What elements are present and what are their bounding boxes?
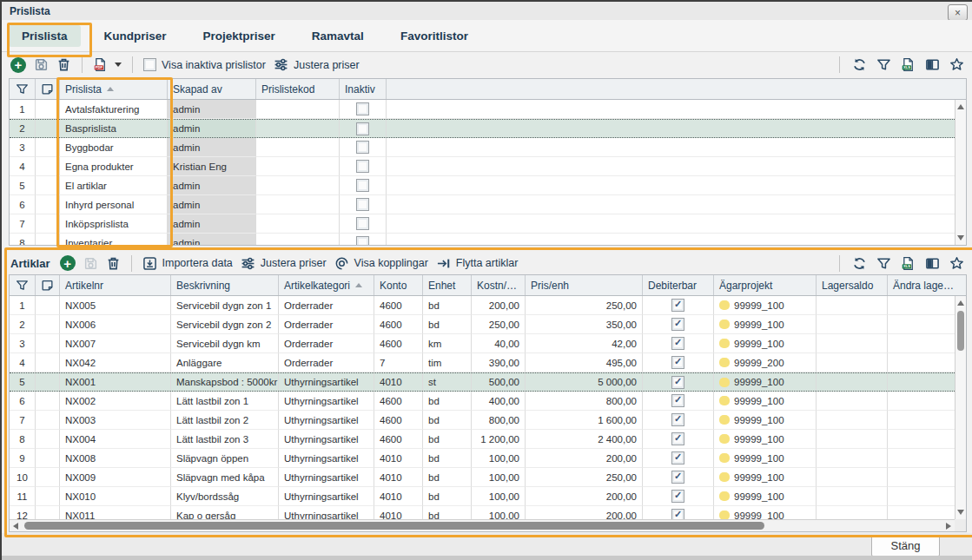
prislista-name-cell[interactable]: Inhyrd personal bbox=[60, 195, 168, 214]
agarprojekt-cell[interactable]: 99999_100 bbox=[714, 296, 817, 315]
prislista-row[interactable]: 3Byggbodaradmin bbox=[10, 138, 955, 157]
column-header-enhet[interactable]: Enhet bbox=[423, 275, 472, 295]
export-xls-icon[interactable] bbox=[901, 57, 916, 72]
prislista-name-cell[interactable]: Byggbodar bbox=[60, 138, 168, 157]
column-header-artikelnr[interactable]: Artikelnr bbox=[60, 275, 171, 295]
kostn-cell[interactable]: 200,00 bbox=[472, 296, 526, 315]
inaktiv-checkbox[interactable] bbox=[356, 160, 369, 173]
artikelkategori-cell[interactable]: Orderrader bbox=[279, 315, 374, 334]
artikel-row[interactable]: 6NX002Lätt lastbil zon 1Uthyrningsartike… bbox=[10, 392, 955, 411]
column-header-inaktiv[interactable]: Inaktiv bbox=[340, 79, 387, 99]
konto-cell[interactable]: 4600 bbox=[374, 334, 423, 353]
tab-kundpriser[interactable]: Kundpriser bbox=[91, 25, 180, 47]
debiterbar-checkbox[interactable] bbox=[671, 318, 684, 331]
prislista-name-cell[interactable]: Basprislista bbox=[60, 120, 168, 137]
debiterbar-checkbox[interactable] bbox=[671, 509, 684, 519]
agarprojekt-cell[interactable]: 99999_100 bbox=[714, 315, 817, 334]
column-header-lagersaldo[interactable]: Lagersaldo bbox=[817, 275, 888, 295]
scroll-right-arrow[interactable] bbox=[946, 523, 951, 530]
scroll-left-arrow[interactable] bbox=[13, 523, 18, 530]
kostn-cell[interactable]: 390,00 bbox=[472, 353, 526, 372]
column-header-skapad-av[interactable]: Skapad av bbox=[168, 79, 256, 99]
agarprojekt-cell[interactable]: 99999_100 bbox=[714, 411, 817, 430]
enhet-cell[interactable]: km bbox=[423, 334, 472, 353]
beskrivning-cell[interactable]: Servicebil dygn km bbox=[171, 334, 279, 353]
artikelkategori-cell[interactable]: Uthyrningsartikel bbox=[279, 373, 374, 391]
inaktiv-checkbox[interactable] bbox=[356, 122, 369, 135]
debiterbar-checkbox[interactable] bbox=[671, 337, 684, 350]
kostn-cell[interactable]: 800,00 bbox=[472, 411, 526, 430]
agarprojekt-cell[interactable]: 99999_100 bbox=[714, 506, 817, 519]
columns-icon[interactable] bbox=[925, 256, 940, 271]
prislista-name-cell[interactable]: Egna produkter bbox=[60, 157, 168, 176]
beskrivning-cell[interactable]: Servicebil dygn zon 1 bbox=[171, 296, 279, 315]
filter-icon[interactable] bbox=[876, 57, 891, 72]
prislista-row[interactable]: 4Egna produkterKristian Eng bbox=[10, 157, 955, 176]
konto-cell[interactable]: 4600 bbox=[374, 392, 423, 411]
konto-cell[interactable]: 4010 bbox=[374, 506, 423, 519]
add-artikel-button[interactable]: + bbox=[60, 255, 76, 271]
beskrivning-cell[interactable]: Lätt lastbil zon 3 bbox=[171, 430, 279, 449]
prislista-name-cell[interactable]: Avtalsfakturering bbox=[60, 100, 168, 119]
konto-cell[interactable]: 4600 bbox=[374, 430, 423, 449]
artikelnr-cell[interactable]: NX007 bbox=[60, 334, 171, 353]
enhet-cell[interactable]: bd bbox=[423, 392, 472, 411]
enhet-cell[interactable]: bd bbox=[423, 506, 472, 519]
debiterbar-checkbox[interactable] bbox=[671, 299, 684, 312]
artikelkategori-cell[interactable]: Uthyrningsartikel bbox=[279, 449, 374, 468]
column-header-prislistekod[interactable]: Prislistekod bbox=[256, 79, 340, 99]
enhet-cell[interactable]: bd bbox=[423, 430, 472, 449]
konto-cell[interactable]: 4010 bbox=[374, 449, 423, 468]
save-icon[interactable] bbox=[83, 256, 98, 271]
agarprojekt-cell[interactable]: 99999_100 bbox=[714, 334, 817, 353]
prislista-name-cell[interactable]: El artiklar bbox=[60, 176, 168, 195]
prislista-row[interactable]: 1Avtalsfaktureringadmin bbox=[10, 100, 955, 119]
artiklar-vertical-scrollbar[interactable] bbox=[955, 296, 966, 519]
beskrivning-cell[interactable]: Släpvagn med kåpa bbox=[171, 468, 279, 487]
filter-column-header[interactable] bbox=[10, 275, 36, 295]
favorite-star-icon[interactable] bbox=[949, 57, 964, 72]
beskrivning-cell[interactable]: Släpvagn öppen bbox=[171, 449, 279, 468]
artikelnr-cell[interactable]: NX006 bbox=[60, 315, 171, 334]
column-header-kostn[interactable]: Kostn/… bbox=[472, 275, 526, 295]
kostn-cell[interactable]: 100,00 bbox=[472, 449, 526, 468]
save-icon[interactable] bbox=[34, 57, 49, 72]
artiklar-horizontal-scrollbar[interactable] bbox=[10, 519, 955, 531]
kostn-cell[interactable]: 100,00 bbox=[472, 487, 526, 506]
justera-priser-button[interactable]: Justera priser bbox=[241, 256, 327, 271]
kostn-cell[interactable]: 1 200,00 bbox=[472, 430, 526, 449]
enhet-cell[interactable]: bd bbox=[423, 468, 472, 487]
debiterbar-checkbox[interactable] bbox=[671, 471, 684, 484]
tab-ramavtal[interactable]: Ramavtal bbox=[299, 25, 377, 47]
favorite-star-icon[interactable] bbox=[949, 256, 964, 271]
pris-enh-cell[interactable]: 800,00 bbox=[526, 392, 643, 411]
enhet-cell[interactable]: bd bbox=[423, 296, 472, 315]
pris-enh-cell[interactable]: 5 000,00 bbox=[526, 373, 643, 391]
artikel-row[interactable]: 8NX004Lätt lastbil zon 3Uthyrningsartike… bbox=[10, 430, 955, 449]
pris-enh-cell[interactable]: 495,00 bbox=[526, 353, 643, 372]
konto-cell[interactable]: 4600 bbox=[374, 296, 423, 315]
agarprojekt-cell[interactable]: 99999_100 bbox=[714, 487, 817, 506]
artikelnr-cell[interactable]: NX009 bbox=[60, 468, 171, 487]
artikel-row[interactable]: 11NX010Klyv/bordssågUthyrningsartikel401… bbox=[10, 487, 955, 506]
artikel-row[interactable]: 1NX005Servicebil dygn zon 1Orderrader460… bbox=[10, 296, 955, 315]
column-header-prislista[interactable]: Prislista bbox=[60, 79, 168, 99]
tab-favoritlistor[interactable]: Favoritlistor bbox=[387, 25, 481, 47]
stang-button[interactable]: Stäng bbox=[871, 535, 940, 557]
beskrivning-cell[interactable]: Lätt lastbil zon 2 bbox=[171, 411, 279, 430]
trash-icon[interactable] bbox=[56, 57, 71, 72]
visa-kopplingar-button[interactable]: Visa kopplingar bbox=[334, 256, 428, 271]
konto-cell[interactable]: 4010 bbox=[374, 468, 423, 487]
column-header-agarprojekt[interactable]: Ägarprojekt bbox=[714, 275, 817, 295]
artikelnr-cell[interactable]: NX011 bbox=[60, 506, 171, 519]
add-prislista-button[interactable]: + bbox=[10, 57, 26, 73]
pris-enh-cell[interactable]: 200,00 bbox=[526, 506, 643, 519]
pris-enh-cell[interactable]: 42,00 bbox=[526, 334, 643, 353]
beskrivning-cell[interactable]: Servicebil dygn zon 2 bbox=[171, 315, 279, 334]
artikelkategori-cell[interactable]: Uthyrningsartikel bbox=[279, 506, 374, 519]
note-column-header[interactable] bbox=[36, 275, 60, 295]
artikelnr-cell[interactable]: NX042 bbox=[60, 353, 171, 372]
beskrivning-cell[interactable]: Manskapsbod : 5000kr bbox=[171, 373, 279, 391]
note-column-header[interactable] bbox=[36, 79, 60, 99]
artikelnr-cell[interactable]: NX008 bbox=[60, 449, 171, 468]
